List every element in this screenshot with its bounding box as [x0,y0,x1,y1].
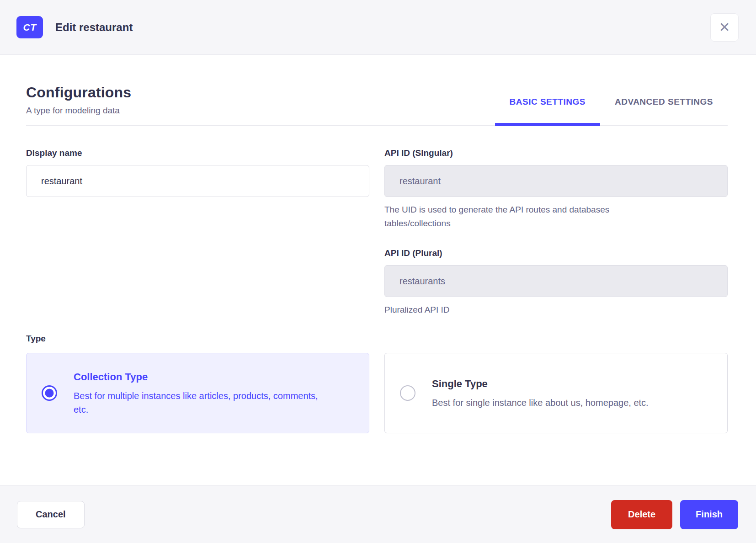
modal-footer: Cancel Delete Finish [0,485,756,543]
collection-type-text: Collection Type Best for multiple instan… [74,370,326,416]
api-id-singular-input [384,165,728,197]
single-type-card[interactable]: Single Type Best for single instance lik… [384,353,728,433]
modal-header-left: CT Edit restaurant [16,16,133,38]
display-name-field: Display name [26,148,369,197]
single-type-title: Single Type [432,378,649,390]
tab-basic-settings[interactable]: BASIC SETTINGS [495,97,600,125]
display-name-label: Display name [26,148,369,158]
single-type-text: Single Type Best for single instance lik… [432,377,649,410]
settings-tabs: BASIC SETTINGS ADVANCED SETTINGS [495,97,728,125]
radio-checked-icon[interactable] [42,385,57,401]
api-id-plural-field: API ID (Plural) Pluralized API ID [384,248,728,317]
page-title: Configurations [26,84,131,101]
type-options: Collection Type Best for multiple instan… [26,353,728,433]
close-icon: ✕ [719,21,730,34]
form-right-column: API ID (Singular) The UID is used to gen… [384,148,728,317]
footer-actions: Delete Finish [611,500,738,529]
edit-content-type-modal: CT Edit restaurant ✕ Configurations A ty… [0,0,756,543]
modal-header: CT Edit restaurant ✕ [0,0,756,55]
delete-button[interactable]: Delete [611,500,672,529]
collection-type-description: Best for multiple instances like article… [74,389,326,416]
single-type-description: Best for single instance like about us, … [432,396,649,410]
type-section: Type Collection Type Best for multiple i… [26,334,728,433]
page-subtitle: A type for modeling data [26,106,131,116]
collection-type-card[interactable]: Collection Type Best for multiple instan… [26,353,369,433]
api-id-plural-hint: Pluralized API ID [384,303,677,317]
api-id-singular-field: API ID (Singular) The UID is used to gen… [384,148,728,230]
content-type-badge: CT [16,16,43,38]
finish-button[interactable]: Finish [680,500,738,529]
collection-type-title: Collection Type [74,371,326,383]
section-header-row: Configurations A type for modeling data … [26,84,728,126]
api-id-plural-label: API ID (Plural) [384,248,728,258]
display-name-input[interactable] [26,165,369,197]
radio-unchecked-icon[interactable] [400,385,415,401]
api-id-singular-label: API ID (Singular) [384,148,728,158]
modal-body: Configurations A type for modeling data … [0,55,756,485]
tab-advanced-settings[interactable]: ADVANCED SETTINGS [600,97,728,125]
settings-form: Display name API ID (Singular) The UID i… [26,148,728,317]
type-label: Type [26,334,728,344]
close-button[interactable]: ✕ [710,13,739,42]
cancel-button[interactable]: Cancel [17,501,85,528]
section-titles: Configurations A type for modeling data [26,84,131,125]
modal-title: Edit restaurant [55,21,133,34]
api-id-singular-hint: The UID is used to generate the API rout… [384,203,677,230]
api-id-plural-input [384,265,728,297]
form-left-column: Display name [26,148,369,197]
